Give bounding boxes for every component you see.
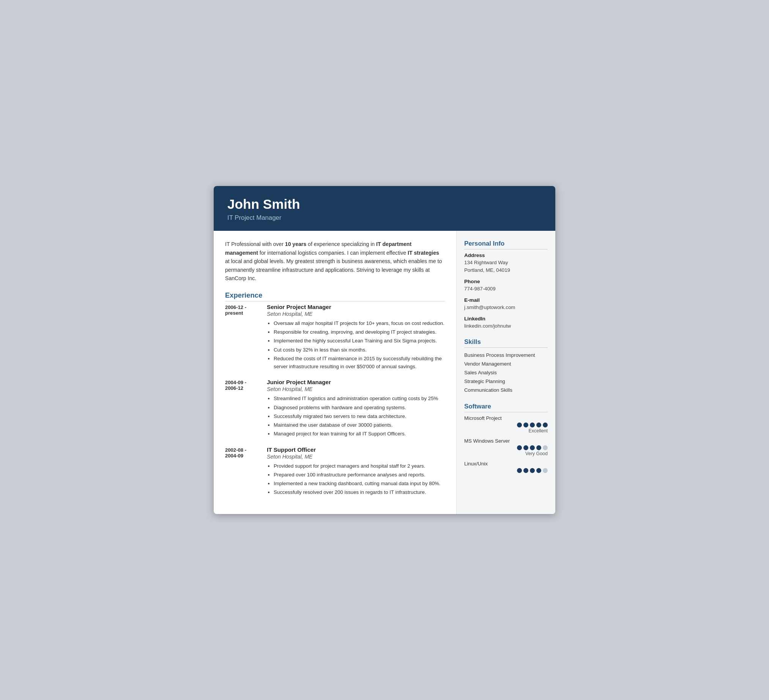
personal-info-field: E-mail j.smith@uptowork.com	[464, 297, 548, 311]
skill-item: Vendor Management	[464, 359, 548, 368]
exp-bullets-list: Provided support for project managers an…	[267, 462, 445, 497]
candidate-name: John Smith	[227, 196, 542, 212]
dots-row	[464, 445, 548, 450]
exp-company: Seton Hospital, ME	[267, 386, 445, 392]
exp-bullet: Reduced the costs of IT maintenance in 2…	[273, 354, 445, 371]
dot	[530, 445, 535, 450]
software-list: Microsoft Project Excellent MS Windows S…	[464, 415, 548, 473]
experience-section: Experience 2006-12 -present Senior Proje…	[225, 291, 445, 497]
exp-bullet: Maintained the user database of over 300…	[273, 421, 445, 429]
main-content: IT Professional with over 10 years of ex…	[214, 231, 457, 513]
software-item: MS Windows Server Very Good	[464, 438, 548, 456]
info-label: E-mail	[464, 297, 548, 303]
exp-bullet: Implemented a new tracking dashboard, cu…	[273, 480, 445, 488]
resume-body: IT Professional with over 10 years of ex…	[214, 231, 555, 513]
exp-bullet: Managed project for lean training for al…	[273, 430, 445, 438]
exp-entry: 2004-09 -2006-12 Junior Project Manager …	[225, 379, 445, 438]
exp-job-title: Senior Project Manager	[267, 304, 445, 310]
software-name: Linux/Unix	[464, 461, 548, 467]
exp-bullet: Prepared over 100 infrastructure perform…	[273, 471, 445, 479]
skill-item: Business Process Improvement	[464, 351, 548, 359]
dot-label: Excellent	[464, 428, 548, 433]
resume-header: John Smith IT Project Manager	[214, 186, 555, 231]
exp-dates: 2002-08 -2004-09	[225, 446, 267, 497]
personal-info-field: LinkedIn linkedin.com/johnutw	[464, 316, 548, 330]
personal-info-field: Address 134 Rightward WayPortland, ME, 0…	[464, 253, 548, 274]
skills-list: Business Process ImprovementVendor Manag…	[464, 351, 548, 394]
exp-company: Seton Hospital, ME	[267, 454, 445, 460]
exp-dates: 2004-09 -2006-12	[225, 379, 267, 438]
exp-entry: 2006-12 -present Senior Project Manager …	[225, 304, 445, 372]
exp-bullet: Successfully migrated two servers to new…	[273, 412, 445, 420]
dot	[530, 468, 535, 473]
personal-info-field: Phone 774-987-4009	[464, 278, 548, 293]
dot	[536, 468, 541, 473]
info-value: 774-987-4009	[464, 285, 548, 293]
exp-entry: 2002-08 -2004-09 IT Support Officer Seto…	[225, 446, 445, 497]
exp-details: Senior Project Manager Seton Hospital, M…	[267, 304, 445, 372]
dots-row	[464, 423, 548, 428]
exp-company: Seton Hospital, ME	[267, 311, 445, 317]
dot	[543, 423, 548, 428]
exp-bullets-list: Oversaw all major hospital IT projects f…	[267, 319, 445, 371]
info-value: 134 Rightward WayPortland, ME, 04019	[464, 259, 548, 274]
dot	[523, 423, 528, 428]
software-name: MS Windows Server	[464, 438, 548, 444]
software-item: Microsoft Project Excellent	[464, 415, 548, 433]
dot	[543, 468, 548, 473]
exp-details: Junior Project Manager Seton Hospital, M…	[267, 379, 445, 438]
candidate-title: IT Project Manager	[227, 214, 542, 222]
exp-details: IT Support Officer Seton Hospital, ME Pr…	[267, 446, 445, 497]
skills-section: Skills Business Process ImprovementVendo…	[464, 338, 548, 394]
personal-info-title: Personal Info	[464, 240, 548, 249]
software-title: Software	[464, 403, 548, 412]
exp-bullet: Cut costs by 32% in less than six months…	[273, 346, 445, 354]
dot	[530, 423, 535, 428]
dot	[523, 468, 528, 473]
exp-job-title: IT Support Officer	[267, 446, 445, 453]
skill-item: Sales Analysis	[464, 368, 548, 377]
skill-item: Communication Skills	[464, 386, 548, 394]
exp-bullet: Implemented the highly successful Lean T…	[273, 337, 445, 345]
dot	[536, 445, 541, 450]
experience-entries: 2006-12 -present Senior Project Manager …	[225, 304, 445, 497]
experience-title: Experience	[225, 291, 445, 301]
dot	[517, 445, 522, 450]
software-section: Software Microsoft Project Excellent MS …	[464, 403, 548, 473]
software-item: Linux/Unix	[464, 461, 548, 473]
exp-bullet: Successfully resolved over 200 issues in…	[273, 488, 445, 496]
summary-paragraph: IT Professional with over 10 years of ex…	[225, 240, 445, 283]
exp-job-title: Junior Project Manager	[267, 379, 445, 385]
exp-bullet: Oversaw all major hospital IT projects f…	[273, 319, 445, 327]
info-value: linkedin.com/johnutw	[464, 322, 548, 330]
personal-info-section: Personal Info Address 134 Rightward WayP…	[464, 240, 548, 330]
dot	[523, 445, 528, 450]
dot	[517, 423, 522, 428]
dot	[536, 423, 541, 428]
exp-dates: 2006-12 -present	[225, 304, 267, 372]
exp-bullet: Diagnosed problems with hardware and ope…	[273, 404, 445, 412]
exp-bullets-list: Streamlined IT logistics and administrat…	[267, 394, 445, 438]
info-label: Phone	[464, 278, 548, 284]
skill-item: Strategic Planning	[464, 377, 548, 386]
info-label: Address	[464, 253, 548, 258]
exp-bullet: Provided support for project managers an…	[273, 462, 445, 470]
exp-bullet: Streamlined IT logistics and administrat…	[273, 394, 445, 402]
software-name: Microsoft Project	[464, 415, 548, 421]
dot-label: Very Good	[464, 451, 548, 456]
skills-title: Skills	[464, 338, 548, 348]
resume-container: John Smith IT Project Manager IT Profess…	[214, 186, 555, 513]
dot	[543, 445, 548, 450]
dot	[517, 468, 522, 473]
dots-row	[464, 468, 548, 473]
sidebar: Personal Info Address 134 Rightward WayP…	[457, 231, 555, 513]
info-label: LinkedIn	[464, 316, 548, 322]
personal-info-fields: Address 134 Rightward WayPortland, ME, 0…	[464, 253, 548, 330]
info-value: j.smith@uptowork.com	[464, 304, 548, 311]
exp-bullet: Responsible for creating, improving, and…	[273, 328, 445, 336]
